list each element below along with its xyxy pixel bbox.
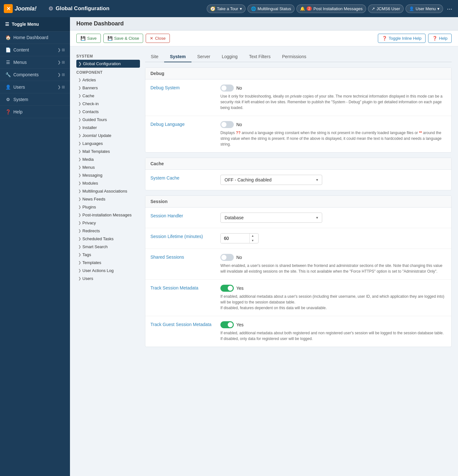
nav-modules[interactable]: ❯ Modules <box>76 179 140 187</box>
session-handler-value: Database ▾ <box>220 213 446 223</box>
shared-sessions-value: No When enabled, a user's session is sha… <box>220 254 446 274</box>
nav-plugins[interactable]: ❯ Plugins <box>76 203 140 211</box>
debug-language-toggle[interactable] <box>220 121 234 128</box>
more-options-button[interactable]: ··· <box>445 5 454 12</box>
nav-installer[interactable]: ❯ Installer <box>76 124 140 132</box>
spinner-up[interactable]: ▲ <box>250 234 256 238</box>
multilingual-status-button[interactable]: 🌐 Multilingual Status <box>247 4 295 13</box>
track-session-metadata-toggle[interactable] <box>220 285 234 292</box>
components-icon: 🔧 <box>5 72 11 78</box>
nav-check-in[interactable]: ❯ Check-in <box>76 100 140 108</box>
chevron-icon: ❯ <box>78 118 81 122</box>
toggle-inline-help-button[interactable]: ❓ Toggle Inline Help <box>378 34 426 43</box>
chevron-icon: ❯ <box>78 245 81 249</box>
shared-sessions-row: Shared Sessions No When enabled, a user'… <box>145 249 451 280</box>
logo[interactable]: ✕ Joomla! <box>4 4 42 13</box>
component-section-label: Component <box>76 68 140 76</box>
chevron-right-icon: ❯ ⊞ <box>58 48 65 52</box>
cache-section-title: Cache <box>145 158 451 170</box>
chevron-icon: ❯ <box>78 173 81 177</box>
debug-system-value: No Use it only for troubleshooting, idea… <box>220 85 446 111</box>
chevron-down-icon: ▾ <box>316 215 318 220</box>
nav-privacy[interactable]: ❯ Privacy <box>76 219 140 227</box>
spinner-down[interactable]: ▼ <box>250 238 256 243</box>
system-cache-select[interactable]: OFF - Caching disabled ▾ <box>220 175 322 185</box>
sidebar-item-help[interactable]: ❓ Help <box>0 106 70 118</box>
toggle-menu-button[interactable]: ☰ Toggle Menu <box>0 17 70 31</box>
sidebar-item-menus[interactable]: ☰ Menus ❯ ⊞ <box>0 56 70 69</box>
tab-permissions[interactable]: Permissions <box>276 51 312 62</box>
tab-server[interactable]: Server <box>191 51 216 62</box>
nav-news-feeds[interactable]: ❯ News Feeds <box>76 195 140 203</box>
jcms6-user-button[interactable]: ↗ JCMS6 User <box>368 4 404 13</box>
nav-redirects[interactable]: ❯ Redirects <box>76 227 140 235</box>
session-lifetime-field[interactable] <box>221 234 249 243</box>
nav-banners[interactable]: ❯ Banners <box>76 84 140 92</box>
user-menu-button[interactable]: 👤 User Menu ▾ <box>406 4 443 13</box>
post-install-button[interactable]: 🔔 2 Post Installation Messages <box>296 4 366 13</box>
nav-languages[interactable]: ❯ Languages <box>76 139 140 147</box>
nav-media[interactable]: ❯ Media <box>76 155 140 163</box>
debug-system-toggle[interactable] <box>220 85 234 92</box>
gear-icon: ⚙ <box>48 5 53 12</box>
question-icon: ❓ <box>382 36 387 41</box>
nav-multilingual-associations[interactable]: ❯ Multilingual Associations <box>76 187 140 195</box>
session-handler-label: Session Handler <box>150 213 214 223</box>
nav-joomla-update[interactable]: ❯ Joomla! Update <box>76 132 140 139</box>
sidebar-item-users[interactable]: 👤 Users ❯ ⊞ <box>0 81 70 93</box>
nav-contacts[interactable]: ❯ Contacts <box>76 108 140 116</box>
bell-icon: 🔔 <box>300 6 305 11</box>
page-title-topbar: ⚙ Global Configuration <box>48 5 204 12</box>
track-guest-session-metadata-toggle[interactable] <box>220 321 234 328</box>
nav-users[interactable]: ❯ Users <box>76 275 140 282</box>
save-button[interactable]: 💾 Save <box>76 34 101 43</box>
close-button[interactable]: ✕ Close <box>146 34 170 43</box>
nav-tags[interactable]: ❯ Tags <box>76 251 140 259</box>
sidebar: ☰ Toggle Menu 🏠 Home Dashboard 📄 Content… <box>0 17 70 476</box>
nav-menus[interactable]: ❯ Menus <box>76 163 140 171</box>
save-close-icon: 💾 <box>108 36 113 41</box>
help-icon: ❓ <box>5 109 11 115</box>
tab-text-filters[interactable]: Text Filters <box>243 51 276 62</box>
system-cache-value: OFF - Caching disabled ▾ <box>220 175 446 185</box>
menus-icon: ☰ <box>5 59 11 65</box>
nav-messaging[interactable]: ❯ Messaging <box>76 171 140 179</box>
nav-user-actions-log[interactable]: ❯ User Actions Log <box>76 267 140 275</box>
shared-sessions-label: Shared Sessions <box>150 254 214 274</box>
content-area: System ❯ Global Configuration Component … <box>70 46 458 357</box>
shared-sessions-toggle[interactable] <box>220 254 234 261</box>
session-lifetime-label: Session Lifetime (minutes) <box>150 233 214 243</box>
chevron-icon: ❯ <box>78 94 81 98</box>
nav-smart-search[interactable]: ❯ Smart Search <box>76 243 140 251</box>
tour-icon: 🧭 <box>210 6 215 11</box>
nav-cache[interactable]: ❯ Cache <box>76 92 140 100</box>
sidebar-item-home-dashboard[interactable]: 🏠 Home Dashboard <box>0 31 70 44</box>
chevron-icon: ❯ <box>78 181 81 185</box>
nav-scheduled-tasks[interactable]: ❯ Scheduled Tasks <box>76 235 140 243</box>
chevron-icon: ❯ <box>78 110 81 114</box>
session-handler-select[interactable]: Database ▾ <box>220 213 322 223</box>
nav-global-configuration[interactable]: ❯ Global Configuration <box>76 60 140 68</box>
nav-mail-templates[interactable]: ❯ Mail Templates <box>76 147 140 155</box>
tab-site[interactable]: Site <box>145 51 164 62</box>
nav-post-installation-messages[interactable]: ❯ Post-installation Messages <box>76 211 140 219</box>
config-tabs: Site System Server Logging Text Filters … <box>145 51 452 62</box>
help-button[interactable]: ❓ Help <box>428 34 452 43</box>
tab-logging[interactable]: Logging <box>216 51 243 62</box>
tab-system[interactable]: System <box>164 51 191 62</box>
chevron-icon: ❯ <box>78 165 81 169</box>
sidebar-item-components[interactable]: 🔧 Components ❯ ⊞ <box>0 69 70 81</box>
chevron-icon: ❯ <box>78 126 81 130</box>
page-header: Home Dashboard <box>70 17 458 31</box>
save-close-button[interactable]: 💾 Save & Close <box>103 34 143 43</box>
sidebar-item-system[interactable]: ⚙ System <box>0 93 70 106</box>
nav-guided-tours[interactable]: ❯ Guided Tours <box>76 116 140 124</box>
spinners: ▲ ▼ <box>249 234 256 243</box>
nav-templates[interactable]: ❯ Templates <box>76 259 140 267</box>
take-tour-button[interactable]: 🧭 Take a Tour ▾ <box>207 4 246 13</box>
session-lifetime-input[interactable]: ▲ ▼ <box>220 233 259 243</box>
chevron-icon: ❯ <box>78 157 81 161</box>
sidebar-item-content[interactable]: 📄 Content ❯ ⊞ <box>0 44 70 56</box>
nav-articles[interactable]: ❯ Articles <box>76 76 140 84</box>
track-guest-session-metadata-desc: If enabled, additional metadata about bo… <box>220 330 446 342</box>
